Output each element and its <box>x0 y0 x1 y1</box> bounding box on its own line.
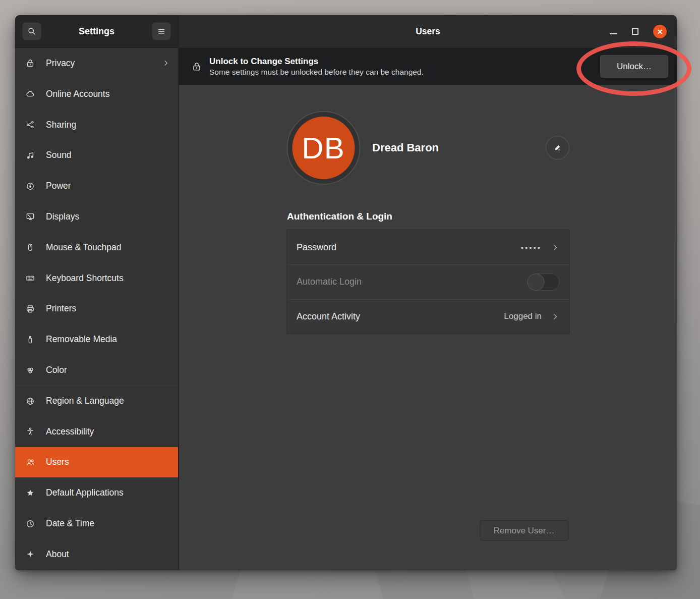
sidebar-nav: Privacy Online Accounts Sharing <box>15 48 178 570</box>
sidebar-item-label: Sharing <box>46 120 76 130</box>
sidebar-item-removable-media[interactable]: Removable Media <box>15 324 178 355</box>
lock-icon <box>24 58 36 68</box>
sidebar-item-label: Region & Language <box>46 396 124 406</box>
sidebar-item-label: Privacy <box>46 58 75 69</box>
rename-user-button[interactable] <box>545 136 569 160</box>
page-title: Users <box>416 26 440 37</box>
password-row[interactable]: Password ••••• <box>287 230 569 264</box>
headerbar: Users ✕ <box>179 15 677 48</box>
sidebar-item-displays[interactable]: Displays <box>15 201 178 232</box>
minimize-button[interactable] <box>610 33 617 34</box>
sidebar-item-label: Displays <box>46 211 79 222</box>
sidebar-item-label: Printers <box>46 303 76 314</box>
cloud-icon <box>24 89 36 99</box>
auth-section-heading: Authentication & Login <box>287 211 392 222</box>
sidebar-item-printers[interactable]: Printers <box>15 294 178 324</box>
chevron-right-icon <box>551 312 559 321</box>
sidebar-item-label: About <box>46 549 69 560</box>
sidebar-item-label: Color <box>46 365 67 375</box>
sidebar-item-online-accounts[interactable]: Online Accounts <box>15 79 178 110</box>
password-label: Password <box>297 242 336 253</box>
remove-user-button[interactable]: Remove User… <box>480 520 568 541</box>
keyboard-icon <box>24 273 36 283</box>
chevron-right-icon <box>551 243 559 252</box>
maximize-button[interactable] <box>632 28 638 35</box>
usb-drive-icon <box>24 335 36 345</box>
hamburger-menu-icon <box>157 27 166 36</box>
sidebar-item-label: Power <box>46 181 71 191</box>
window-controls: ✕ <box>610 15 667 48</box>
automatic-login-label: Automatic Login <box>297 277 362 287</box>
printer-icon <box>24 304 36 314</box>
sidebar-item-label: Users <box>46 457 69 467</box>
sidebar-header: Settings <box>15 15 178 48</box>
banner-title: Unlock to Change Settings <box>209 57 424 67</box>
account-activity-row[interactable]: Account Activity Logged in <box>287 299 569 334</box>
sidebar-item-label: Sound <box>46 150 72 160</box>
account-activity-label: Account Activity <box>297 311 360 322</box>
automatic-login-row: Automatic Login <box>287 264 569 299</box>
chevron-right-icon <box>162 59 170 67</box>
lock-icon <box>191 61 202 72</box>
close-button[interactable]: ✕ <box>653 25 667 38</box>
sidebar-item-sound[interactable]: Sound <box>15 140 178 171</box>
users-content: DB Dread Baron Authentication & Login Pa… <box>179 85 677 570</box>
automatic-login-toggle[interactable] <box>527 274 559 291</box>
user-header: DB Dread Baron <box>286 111 569 185</box>
color-circles-icon <box>24 365 36 375</box>
sidebar-item-default-applications[interactable]: Default Applications <box>15 477 178 508</box>
sidebar-item-label: Mouse & Touchpad <box>46 242 122 253</box>
sidebar-item-label: Online Accounts <box>46 89 109 99</box>
music-note-icon <box>24 150 36 160</box>
content-column: DB Dread Baron Authentication & Login Pa… <box>286 85 569 570</box>
mouse-icon <box>24 242 36 252</box>
main-panel: Users ✕ Unlock to Change Settings Some s… <box>179 15 677 570</box>
sidebar-item-label: Removable Media <box>46 334 117 345</box>
users-icon <box>24 457 36 467</box>
share-icon <box>24 120 36 130</box>
sidebar-item-date-time[interactable]: Date & Time <box>15 508 178 539</box>
sidebar-item-sharing[interactable]: Sharing <box>15 110 178 140</box>
sidebar-item-color[interactable]: Color <box>15 355 178 386</box>
star-icon <box>24 488 36 498</box>
toggle-knob <box>527 274 544 291</box>
display-icon <box>24 211 36 222</box>
accessibility-icon <box>24 426 36 437</box>
sidebar-item-users[interactable]: Users <box>15 447 178 478</box>
banner-subtitle: Some settings must be unlocked before th… <box>209 68 424 77</box>
settings-window: Settings Privacy <box>15 15 677 570</box>
clock-icon <box>24 519 36 529</box>
search-button[interactable] <box>22 22 41 40</box>
sidebar: Settings Privacy <box>15 15 179 570</box>
sidebar-item-accessibility[interactable]: Accessibility <box>15 416 178 447</box>
sidebar-item-mouse-touchpad[interactable]: Mouse & Touchpad <box>15 232 178 263</box>
unlock-button[interactable]: Unlock… <box>600 55 668 78</box>
avatar-initials: DB <box>292 117 355 179</box>
sparkle-icon <box>24 549 36 559</box>
app-title: Settings <box>79 26 114 37</box>
banner-texts: Unlock to Change Settings Some settings … <box>209 57 424 77</box>
password-dots: ••••• <box>521 243 542 252</box>
sidebar-item-power[interactable]: Power <box>15 171 178 201</box>
search-icon <box>27 26 37 36</box>
primary-menu-button[interactable] <box>152 22 171 40</box>
sidebar-item-label: Keyboard Shortcuts <box>46 273 124 284</box>
account-activity-value: Logged in <box>504 311 542 321</box>
desktop-background: Settings Privacy <box>0 0 700 599</box>
sidebar-item-privacy[interactable]: Privacy <box>15 48 178 79</box>
sidebar-item-about[interactable]: About <box>15 539 178 570</box>
power-icon <box>24 181 36 191</box>
pencil-icon <box>552 143 562 153</box>
globe-icon <box>24 396 36 406</box>
sidebar-item-label: Default Applications <box>46 487 124 498</box>
sidebar-item-label: Accessibility <box>46 426 94 437</box>
avatar[interactable]: DB <box>286 111 360 185</box>
sidebar-item-label: Date & Time <box>46 518 94 529</box>
sidebar-item-region-language[interactable]: Region & Language <box>15 386 178 416</box>
auth-list: Password ••••• Automatic Login <box>286 230 569 334</box>
unlock-banner: Unlock to Change Settings Some settings … <box>179 48 677 85</box>
sidebar-item-keyboard-shortcuts[interactable]: Keyboard Shortcuts <box>15 263 178 294</box>
user-full-name: Dread Baron <box>372 141 439 154</box>
